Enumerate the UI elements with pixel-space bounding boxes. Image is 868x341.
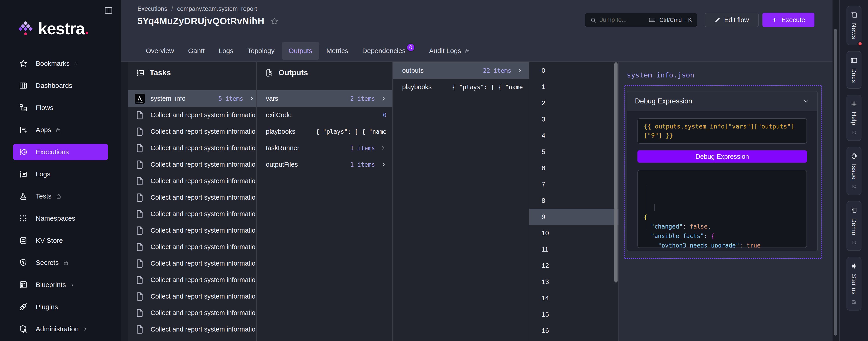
tab-overview[interactable]: Overview <box>139 42 181 60</box>
sidebar-item-label: Administration <box>36 325 79 333</box>
index-row-4[interactable]: 4 <box>529 127 618 144</box>
sidebar-item-namespaces[interactable]: Namespaces <box>0 207 121 230</box>
page-scrollbar[interactable] <box>834 29 837 336</box>
sidebar-item-logs[interactable]: Logs <box>0 163 121 185</box>
index-row-7[interactable]: 7 <box>529 176 618 193</box>
task-row-system-info[interactable]: system_info 5 items <box>128 90 256 107</box>
task-row-collect-and-report-system-information[interactable]: Collect and report system information <box>128 338 256 341</box>
index-row-12[interactable]: 12 <box>529 258 618 274</box>
tab-topology[interactable]: Topology <box>240 42 281 60</box>
toolbar-button-docs[interactable]: Docs <box>846 51 862 89</box>
index-row-11[interactable]: 11 <box>529 241 618 258</box>
tab-audit-logs[interactable]: Audit Logs <box>422 42 477 60</box>
toolbar-button-demo[interactable]: Demo <box>846 201 862 251</box>
sidebar-item-secrets[interactable]: Secrets <box>0 251 121 274</box>
task-row-collect-and-report-system-information[interactable]: Collect and report system information <box>128 189 256 206</box>
index-row-13[interactable]: 13 <box>529 274 618 290</box>
task-row-collect-and-report-system-information[interactable]: Collect and report system information <box>128 123 256 140</box>
output-row-outputfiles[interactable]: outputFiles 1 items <box>257 156 393 173</box>
output-row-vars[interactable]: vars 2 items <box>257 90 393 107</box>
index-row-1[interactable]: 1 <box>529 78 618 95</box>
task-icon <box>135 176 145 186</box>
search-input[interactable] <box>600 16 645 24</box>
output-row-exitcode[interactable]: exitCode 0 <box>257 107 393 123</box>
index-row-3[interactable]: 3 <box>529 111 618 127</box>
toolbar-button-news[interactable]: News <box>846 6 862 45</box>
task-row-collect-and-report-system-information[interactable]: Collect and report system information <box>128 288 256 305</box>
sidebar-item-label: Logs <box>36 170 51 178</box>
vars-row-outputs[interactable]: outputs 22 items <box>393 62 529 79</box>
debug-expression-collapse-header[interactable]: Debug Expression <box>627 92 817 111</box>
edit-flow-button[interactable]: Edit flow <box>705 13 758 27</box>
task-row-collect-and-report-system-information[interactable]: Collect and report system information <box>128 107 256 123</box>
toolbar-button-star-us[interactable]: Star us <box>846 257 862 310</box>
sidebar-item-executions[interactable]: Executions <box>0 141 121 163</box>
index-row-16[interactable]: 16 <box>529 322 618 339</box>
sidebar-item-tests[interactable]: Tests <box>0 185 121 207</box>
output-row-taskrunner[interactable]: taskRunner 1 items <box>257 140 393 156</box>
execute-button[interactable]: Execute <box>763 13 814 27</box>
index-row-10[interactable]: 10 <box>529 225 618 241</box>
index-row-8[interactable]: 8 <box>529 193 618 209</box>
task-row-collect-and-report-system-information[interactable]: Collect and report system information <box>128 156 256 173</box>
sidebar-item-administration[interactable]: Administration <box>0 318 121 340</box>
outputs-rows: vars 2 items exitCode 0 playbooks { "pla… <box>257 90 393 173</box>
sidebar-collapse-button[interactable] <box>104 6 113 15</box>
toolbar-button-issue[interactable]: Issue <box>846 147 862 195</box>
right-toolbar: News Docs Help Issue <box>839 0 868 341</box>
index-row-15[interactable]: 15 <box>529 306 618 322</box>
output-row-playbooks[interactable]: playbooks { "plays": [ { "name <box>257 123 393 140</box>
index-row-6[interactable]: 6 <box>529 160 618 176</box>
tab-dependencies[interactable]: Dependencies 0 <box>355 42 422 60</box>
task-row-collect-and-report-system-information[interactable]: Collect and report system information <box>128 239 256 255</box>
tab-outputs[interactable]: Outputs <box>282 42 319 60</box>
vars-column: outputs 22 items playbooks { "plays": [ … <box>393 62 529 341</box>
tab-metrics[interactable]: Metrics <box>319 42 355 60</box>
toolbar-button-help[interactable]: Help <box>846 95 862 141</box>
sidebar-item-label: Secrets <box>36 259 59 267</box>
keyboard-icon <box>649 16 656 24</box>
sidebar-item-blueprints[interactable]: Blueprints <box>0 274 121 296</box>
page-title: 5Yq4MuZyDRUjvQOtRvNihH <box>137 16 265 26</box>
sidebar-item-dashboards[interactable]: Dashboards <box>0 74 121 97</box>
vars-rows: outputs 22 items playbooks { "plays": [ … <box>393 62 529 95</box>
index-scrollbar[interactable] <box>614 62 618 282</box>
sidebar-item-plugins[interactable]: Plugins <box>0 296 121 318</box>
expression-input[interactable]: {{ outputs.system_info["vars"]["outputs"… <box>638 118 807 144</box>
index-row-0[interactable]: 0 <box>529 62 618 78</box>
sidebar-item-icon <box>19 280 28 289</box>
toolbar-icon <box>850 207 857 214</box>
sidebar-item-flows[interactable]: Flows <box>0 97 121 119</box>
task-row-collect-and-report-system-information[interactable]: Collect and report system information <box>128 222 256 239</box>
sidebar-item-icon <box>19 126 28 134</box>
task-row-collect-and-report-system-information[interactable]: Collect and report system information <box>128 173 256 189</box>
tab-logs[interactable]: Logs <box>212 42 240 60</box>
task-icon <box>135 143 145 153</box>
breadcrumb-flow[interactable]: company.team.system_report <box>177 5 257 12</box>
task-row-collect-and-report-system-information[interactable]: Collect and report system information <box>128 272 256 288</box>
kestra-logo[interactable]: kestra. <box>19 19 89 38</box>
task-row-collect-and-report-system-information[interactable]: Collect and report system information <box>128 321 256 338</box>
sidebar-item-label: Flows <box>36 104 53 111</box>
breadcrumb-executions[interactable]: Executions <box>137 5 167 12</box>
debug-expression-button[interactable]: Debug Expression <box>638 150 807 163</box>
index-row-2[interactable]: 2 <box>529 95 618 111</box>
index-row-5[interactable]: 5 <box>529 144 618 160</box>
item-value: 1 items <box>304 161 375 168</box>
search-box[interactable]: Ctrl/Cmd + K <box>585 13 698 27</box>
sidebar-item-apps[interactable]: Apps <box>0 119 121 141</box>
sidebar-item-kv-store[interactable]: KV Store <box>0 230 121 251</box>
vars-row-playbooks[interactable]: playbooks { "plays": [ { "name <box>393 79 529 95</box>
task-row-collect-and-report-system-information[interactable]: Collect and report system information <box>128 140 256 156</box>
bookmark-star-icon[interactable] <box>270 17 278 25</box>
sidebar-item-bookmarks[interactable]: Bookmarks <box>0 53 121 74</box>
index-row-14[interactable]: 14 <box>529 290 618 306</box>
item-value: { "plays": [ { "name <box>301 128 386 135</box>
task-row-collect-and-report-system-information[interactable]: Collect and report system information <box>128 206 256 222</box>
task-row-collect-and-report-system-information[interactable]: Collect and report system information <box>128 305 256 321</box>
index-row-9[interactable]: 9 <box>529 209 618 225</box>
sidebar-item-icon <box>19 170 28 178</box>
task-row-collect-and-report-system-information[interactable]: Collect and report system information <box>128 255 256 272</box>
pencil-icon <box>715 17 721 23</box>
tab-gantt[interactable]: Gantt <box>181 42 212 60</box>
